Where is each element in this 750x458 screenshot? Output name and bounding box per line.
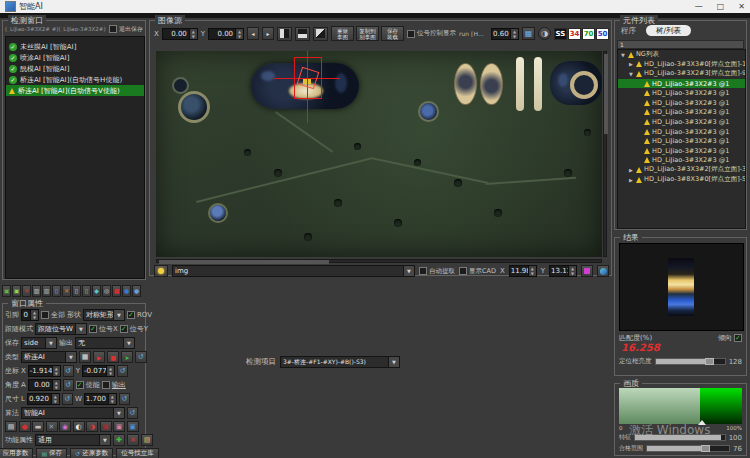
- exit-save-checkbox[interactable]: 退出保存: [109, 25, 143, 34]
- tab-tree-list[interactable]: 树/列表: [646, 25, 691, 36]
- size-w-stepper[interactable]: 1.700▲▼: [84, 393, 117, 405]
- tree-item[interactable]: HD_LiJiao-3#3X2#3 @1: [618, 79, 745, 89]
- color-wheel-icon[interactable]: ◉: [59, 421, 71, 432]
- detect-algorithm-list[interactable]: ✓未丝膜AI [智能AI]✓喷涂AI [智能AI]✓脱模AI [智能AI]✓桥连…: [5, 36, 145, 279]
- swatch-dark-red-icon[interactable]: ▣: [100, 421, 112, 432]
- panel-blue-icon[interactable]: ▯: [52, 285, 61, 297]
- contrast-red-icon[interactable]: ◑: [86, 421, 98, 432]
- tree-item[interactable]: HD_LiJiao-3#3X2#3 @1: [618, 146, 745, 156]
- view-merge-button[interactable]: [295, 27, 310, 41]
- pattern-button[interactable]: ▦: [522, 27, 535, 40]
- tree-item[interactable]: ▶HD_LiJiao-3#3X3#2[焊点立面]-3: [618, 165, 745, 175]
- tree-item[interactable]: HD_LiJiao-3#3X2#3 @1: [618, 98, 745, 108]
- minimize-button[interactable]: —: [695, 2, 703, 11]
- quality-gradient[interactable]: [619, 388, 742, 424]
- auto-extract-checkbox[interactable]: 自动提取: [419, 267, 455, 276]
- v-scrollbar[interactable]: [603, 51, 607, 257]
- maximize-button[interactable]: □: [717, 2, 725, 11]
- redo-capture-button[interactable]: 重做拿图: [331, 26, 354, 41]
- feature-slider[interactable]: [634, 434, 726, 441]
- sphere-blue-icon[interactable]: ●: [122, 285, 131, 297]
- size-l-curve-button[interactable]: ↺: [62, 393, 73, 405]
- detect-item-select[interactable]: 3#-桥连-#F1-#XY)-#B()-S3)▼: [280, 356, 400, 368]
- close-button[interactable]: ✕: [738, 2, 745, 11]
- tree-item[interactable]: ▼HD_LiJiao-3#3X2#3[焊点立面]-9: [618, 69, 745, 79]
- size-l-stepper[interactable]: 0.920▲▼: [27, 393, 60, 405]
- grid-button[interactable]: ▦: [79, 351, 91, 363]
- rov-checkbox[interactable]: ✓ROV: [127, 311, 152, 319]
- restore-params-button[interactable]: ↺还原参数: [70, 448, 113, 458]
- view-swap-button[interactable]: [313, 27, 328, 41]
- remove-orange-icon[interactable]: ✕: [62, 285, 71, 297]
- size-w-curve-button[interactable]: ↺: [119, 393, 130, 405]
- stop-red-icon[interactable]: ■: [112, 285, 121, 297]
- img-x-stepper[interactable]: 0.00▲▼: [162, 28, 198, 40]
- tree-item[interactable]: ▶HD_LiJiao-3#3X3#0[焊点立面]-1: [618, 60, 745, 70]
- locator-brightness-slider[interactable]: [655, 358, 726, 365]
- shape-select[interactable]: 对称矩形▼: [83, 309, 125, 321]
- show-cad-checkbox[interactable]: 显示CAD: [459, 267, 496, 276]
- copy-to-other-button[interactable]: 复制到别拿图: [356, 26, 379, 41]
- sphere-light-blue-icon[interactable]: ●: [132, 285, 141, 297]
- pan-left-button[interactable]: ◂: [247, 27, 259, 40]
- trend-checkbox[interactable]: ✓: [734, 334, 742, 342]
- coord-y-curve-button[interactable]: ↺: [117, 365, 128, 377]
- record-red-icon[interactable]: ●: [19, 421, 31, 432]
- jump-button[interactable]: ➤: [121, 351, 133, 363]
- posx-checkbox[interactable]: ✓位号X: [89, 324, 118, 334]
- tools-icon[interactable]: ✕: [46, 421, 58, 432]
- follow-mode-select[interactable]: 跟随位号W▼: [35, 323, 87, 335]
- contrast-button[interactable]: ◑: [538, 27, 551, 40]
- output-mode-select[interactable]: 无▼: [75, 337, 135, 349]
- algorithm-curve-button[interactable]: ↺: [127, 407, 138, 419]
- tree-item[interactable]: ▶HD_LiJiao-3#8X3#0[焊点立面]-5: [618, 175, 745, 185]
- rows-icon[interactable]: ▥: [42, 285, 51, 297]
- curve-button[interactable]: ↺: [135, 351, 147, 363]
- contrast-bw-icon[interactable]: ◐: [73, 421, 85, 432]
- output-checkbox[interactable]: 输出: [102, 380, 126, 390]
- tree-item[interactable]: HD_LiJiao-3#3X2#3 @1: [618, 127, 745, 137]
- score-chip-50[interactable]: 50: [596, 28, 609, 40]
- bar-gray-icon[interactable]: ▬: [32, 421, 44, 432]
- exit-save-checkbox-box[interactable]: [109, 25, 117, 33]
- columns-icon[interactable]: ▥: [32, 285, 41, 297]
- folder-icon[interactable]: ▨: [141, 434, 153, 446]
- tree-item[interactable]: HD_LiJiao-3#3X2#3 @1: [618, 88, 745, 98]
- pan-right-button[interactable]: ▸: [262, 27, 274, 40]
- h-scrollbar[interactable]: [156, 259, 602, 263]
- img-y-stepper[interactable]: 0.00▲▼: [208, 28, 244, 40]
- magenta-marker-button[interactable]: [581, 265, 593, 277]
- stop-test-button[interactable]: ■: [107, 351, 119, 363]
- enable-checkbox[interactable]: ✓使能: [76, 380, 100, 390]
- bulb-icon[interactable]: [154, 265, 168, 277]
- collapse-icon[interactable]: ▼: [620, 52, 626, 58]
- detect-list-item[interactable]: ✓未丝膜AI [智能AI]: [6, 41, 144, 52]
- expand-icon[interactable]: ▶: [628, 61, 634, 67]
- score-chip-70[interactable]: 70: [582, 28, 595, 40]
- detect-list-item[interactable]: 桥连AI [智能AI](自动信号V使能): [6, 85, 144, 96]
- tree-item[interactable]: HD_LiJiao-3#3X2#3 @1: [618, 108, 745, 118]
- remove-button[interactable]: ✕: [127, 434, 139, 446]
- score-chip-34[interactable]: 34: [568, 28, 581, 40]
- detect-list-item[interactable]: ✓桥连AI [智能AI](自动信号H使能): [6, 74, 144, 85]
- tree-item[interactable]: HD_LiJiao-3#3X2#3 @1: [618, 117, 745, 127]
- film-icon[interactable]: ▤: [5, 421, 17, 432]
- coord-y-stepper[interactable]: -0.077▲▼: [82, 365, 115, 377]
- cursor-x-stepper[interactable]: 11.98▲▼: [509, 265, 537, 277]
- coord-x-curve-button[interactable]: ↺: [63, 365, 74, 377]
- type-select[interactable]: 桥连AI▼: [21, 351, 77, 363]
- algorithm-select[interactable]: 智能AI▼: [21, 407, 125, 419]
- magnifier-icon[interactable]: ◎: [102, 285, 111, 297]
- cursor-y-stepper[interactable]: 13.11▲▼: [549, 265, 577, 277]
- add-button[interactable]: ✚: [113, 434, 125, 446]
- diamond-cyan-icon[interactable]: ◆: [92, 285, 101, 297]
- collapse-icon[interactable]: ▼: [628, 71, 634, 77]
- posy-checkbox[interactable]: ✓位号Y: [120, 324, 148, 334]
- threshold-stepper[interactable]: 0.60▲▼: [491, 28, 519, 40]
- cyan-marker-button[interactable]: [597, 265, 609, 277]
- run-test-button[interactable]: ▶: [93, 351, 105, 363]
- view-split-button[interactable]: [277, 27, 292, 41]
- score-chip-SS[interactable]: SS: [554, 28, 567, 40]
- pass-range-slider[interactable]: [646, 445, 730, 452]
- coord-x-stepper[interactable]: -1.914▲▼: [28, 365, 61, 377]
